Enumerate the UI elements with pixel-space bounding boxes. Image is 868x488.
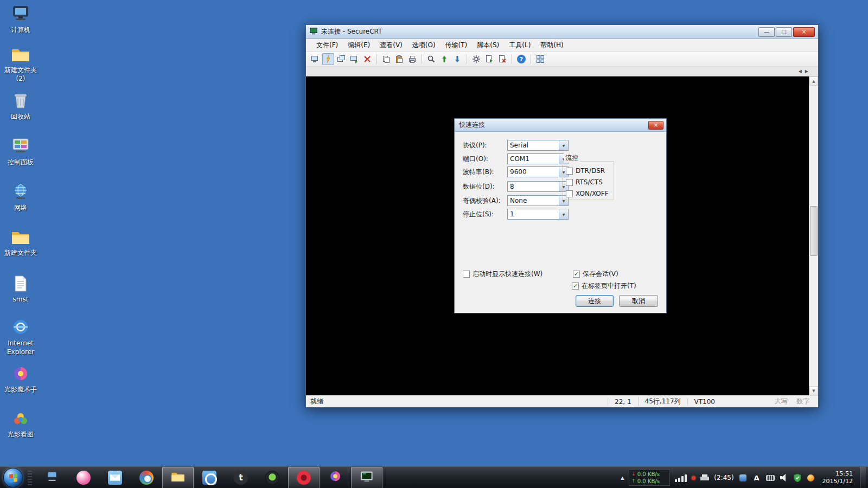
desktop-icon-internet-explorer[interactable]: Internet Explorer bbox=[2, 319, 39, 356]
download-icon[interactable] bbox=[451, 53, 463, 65]
session-options-icon[interactable] bbox=[470, 53, 482, 65]
show-on-startup-checkbox[interactable]: ✓ 启动时显示快速连接(W) bbox=[463, 269, 542, 279]
protocol-select[interactable]: Serial ▼ bbox=[507, 140, 569, 151]
timer-badge[interactable]: (2:45) bbox=[714, 474, 733, 481]
maximize-button[interactable]: □ bbox=[776, 27, 792, 37]
printer-icon[interactable] bbox=[700, 474, 709, 481]
quick-connect-icon[interactable] bbox=[322, 53, 334, 65]
taskbar-photo-editor[interactable] bbox=[320, 467, 351, 488]
minimize-button[interactable]: — bbox=[758, 27, 775, 37]
tab-scroll-right-icon[interactable]: ▶ bbox=[805, 69, 808, 74]
parity-select[interactable]: None ▼ bbox=[507, 195, 569, 206]
shield-icon[interactable] bbox=[793, 473, 802, 482]
port-select[interactable]: COM1 ▼ bbox=[507, 153, 569, 164]
clock-time: 15:51 bbox=[835, 470, 853, 478]
dtr-dsr-checkbox[interactable]: ✓ DTR/DSR bbox=[566, 167, 605, 175]
update-icon[interactable] bbox=[807, 473, 815, 482]
reconnect-icon[interactable] bbox=[348, 53, 360, 65]
desktop-icon-new-folder[interactable]: 新建文件夹 bbox=[2, 229, 39, 258]
paste-icon[interactable] bbox=[393, 53, 405, 65]
download-speed-row: ↓ 0.0 KB/s bbox=[631, 471, 667, 478]
find-icon[interactable] bbox=[425, 53, 437, 65]
desktop-icon-smst[interactable]: smst bbox=[2, 275, 39, 304]
scrollbar-thumb[interactable] bbox=[810, 206, 818, 256]
upload-icon[interactable] bbox=[438, 53, 450, 65]
connect-in-tab-icon[interactable] bbox=[335, 53, 347, 65]
menu-transfer[interactable]: 传输(T) bbox=[441, 38, 473, 52]
taskbar-player-app[interactable] bbox=[288, 467, 320, 488]
desktop-icon-recycle-bin[interactable]: 回收站 bbox=[2, 92, 39, 121]
desktop-icon-new-folder-2[interactable]: 新建文件夹(2) bbox=[2, 47, 39, 83]
dialog-close-button[interactable]: × bbox=[648, 121, 663, 130]
connect-button[interactable]: 连接 bbox=[576, 295, 614, 307]
image-tool-icon bbox=[76, 471, 91, 485]
checkbox-box[interactable]: ✓ bbox=[566, 168, 573, 175]
window-titlebar[interactable]: 未连接 - SecureCRT — □ × bbox=[306, 25, 818, 39]
clock[interactable]: 15:51 2015/1/12 bbox=[820, 470, 855, 485]
taskbar-media-player[interactable] bbox=[257, 467, 288, 488]
cancel-button[interactable]: 取消 bbox=[619, 295, 658, 307]
print-icon[interactable] bbox=[406, 53, 418, 65]
chevron-down-icon[interactable]: ▼ bbox=[559, 209, 568, 219]
menu-file[interactable]: 文件(F) bbox=[311, 38, 343, 52]
taskbar-image-tool[interactable] bbox=[68, 467, 99, 488]
signal-meter-icon[interactable] bbox=[675, 473, 687, 482]
menu-options[interactable]: 选项(O) bbox=[407, 38, 441, 52]
tab-scroll-left-icon[interactable]: ◀ bbox=[799, 69, 802, 74]
taskbar-explorer-folder[interactable] bbox=[162, 467, 194, 488]
baud-rate-select[interactable]: 9600 ▼ bbox=[507, 166, 569, 177]
desktop-icon-computer[interactable]: 计算机 bbox=[2, 5, 39, 35]
terminal-scrollbar[interactable]: ▲ ▼ bbox=[809, 76, 818, 395]
menu-script[interactable]: 脚本(S) bbox=[472, 38, 504, 52]
scroll-up-button[interactable]: ▲ bbox=[809, 76, 818, 86]
im-icon[interactable] bbox=[739, 473, 748, 482]
keyboard-icon[interactable] bbox=[766, 473, 775, 482]
scroll-down-button[interactable]: ▼ bbox=[809, 386, 818, 395]
network-speed-widget[interactable]: ↓ 0.0 KB/s ↑ 0.0 KB/s bbox=[629, 470, 670, 486]
scrollbar-track[interactable] bbox=[809, 86, 818, 386]
copy-icon[interactable] bbox=[380, 53, 392, 65]
desktop-icon-network[interactable]: 网络 bbox=[2, 183, 39, 213]
taskbar-utorrent[interactable]: t bbox=[225, 467, 257, 488]
checkbox-box[interactable]: ✓ bbox=[463, 271, 470, 278]
save-session-checkbox[interactable]: ✓ 保存会话(V) bbox=[573, 269, 618, 279]
xon-xoff-checkbox[interactable]: ✓ XON/XOFF bbox=[566, 190, 609, 197]
start-button[interactable] bbox=[3, 468, 23, 487]
menu-help[interactable]: 帮助(H) bbox=[535, 38, 568, 52]
show-desktop-button[interactable] bbox=[860, 467, 866, 488]
menu-edit[interactable]: 编辑(E) bbox=[343, 38, 375, 52]
letter-t-glyph: t bbox=[239, 472, 243, 483]
data-bits-select[interactable]: 8 ▼ bbox=[507, 181, 569, 192]
stop-bits-select[interactable]: 1 ▼ bbox=[507, 209, 569, 220]
alert-dot-icon[interactable] bbox=[692, 476, 695, 480]
taskbar-securecrt[interactable] bbox=[351, 467, 382, 488]
checkbox-box[interactable]: ✓ bbox=[566, 179, 573, 186]
checkbox-box[interactable]: ✓ bbox=[573, 271, 580, 278]
taskbar-mail[interactable] bbox=[99, 467, 131, 488]
desktop-icon-control-panel[interactable]: 控制面板 bbox=[2, 138, 39, 167]
checkbox-box[interactable]: ✓ bbox=[566, 190, 573, 197]
checkbox-box[interactable]: ✓ bbox=[572, 282, 579, 290]
chevron-down-icon[interactable]: ▼ bbox=[559, 140, 568, 150]
help-icon[interactable]: ? bbox=[515, 53, 527, 65]
open-in-tab-checkbox[interactable]: ✓ 在标签页中打开(T) bbox=[572, 281, 636, 291]
input-method-icon[interactable]: A bbox=[752, 473, 761, 482]
desktop-icon-photo-editor[interactable]: 光影魔术手 bbox=[2, 366, 39, 394]
taskbar-browser[interactable] bbox=[131, 467, 162, 488]
taskbar-my-computer[interactable] bbox=[36, 467, 68, 488]
rts-cts-checkbox[interactable]: ✓ RTS/CTS bbox=[566, 178, 603, 186]
volume-icon[interactable] bbox=[780, 473, 788, 482]
show-hidden-icons-button[interactable]: ▲ bbox=[621, 476, 624, 480]
dialog-titlebar[interactable]: 快速连接 × bbox=[455, 119, 666, 132]
desktop-icon-photo-viewer[interactable]: 光影看图 bbox=[2, 411, 39, 439]
menu-view[interactable]: 查看(V) bbox=[375, 38, 407, 52]
toolbar-separator bbox=[467, 54, 467, 64]
connect-icon[interactable] bbox=[309, 53, 321, 65]
cancel-script-icon[interactable] bbox=[496, 53, 508, 65]
run-script-icon[interactable] bbox=[483, 53, 495, 65]
tile-windows-icon[interactable] bbox=[534, 53, 546, 65]
disconnect-icon[interactable] bbox=[361, 53, 373, 65]
menu-tools[interactable]: 工具(L) bbox=[504, 38, 535, 52]
close-button[interactable]: × bbox=[793, 27, 815, 37]
taskbar-internet-explorer[interactable] bbox=[194, 467, 225, 488]
